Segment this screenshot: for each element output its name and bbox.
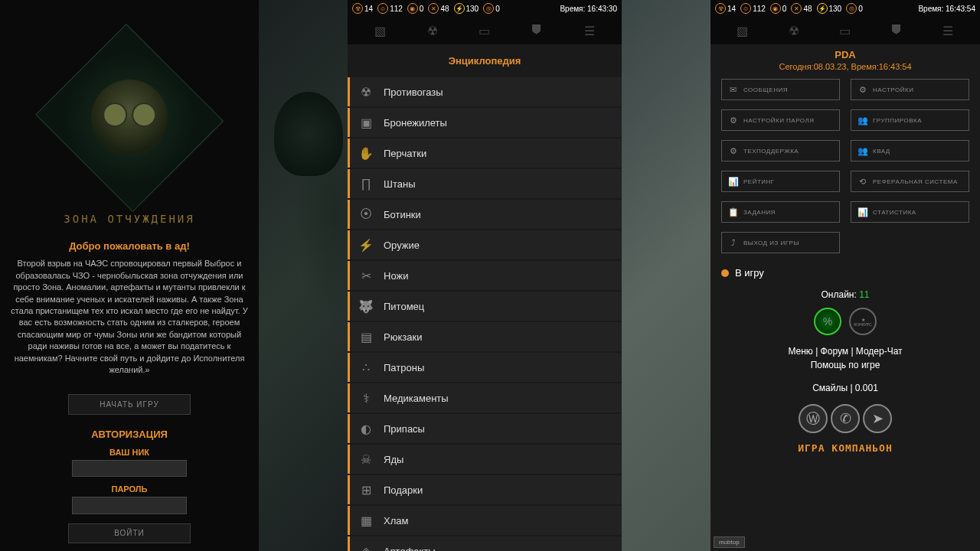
- encyclopedia-item[interactable]: ∴Патроны: [348, 353, 622, 382]
- encyclopedia-list: ☢Противогазы▣Бронежилеты✋Перчатки∏Штаны⦿…: [348, 77, 622, 551]
- companion-link[interactable]: ИГРА КОМПАНЬОН: [710, 438, 980, 458]
- pda-button[interactable]: 👥КВАД: [851, 140, 969, 161]
- button-icon: 📊: [858, 207, 868, 217]
- pda-button[interactable]: 📊РЕЙТИНГ: [721, 171, 840, 192]
- tab-map-icon[interactable]: ▧: [733, 23, 752, 38]
- pda-title: PDA: [710, 44, 980, 62]
- game-logo: [35, 24, 224, 212]
- stat-icon-4: ✕: [791, 3, 802, 14]
- item-icon: ✋: [358, 145, 374, 161]
- pda-button[interactable]: ⚙ТЕХПОДДЕРЖКА: [721, 140, 840, 161]
- tab-screen-icon[interactable]: ▭: [475, 23, 494, 38]
- auth-heading: АВТОРИЗАЦИЯ: [91, 429, 168, 440]
- item-label: Подарки: [384, 484, 423, 496]
- item-icon: ☠: [358, 451, 374, 468]
- stat-icon-4: ✕: [428, 3, 439, 14]
- item-label: Оружие: [384, 240, 420, 251]
- button-label: РЕФЕРАЛЬНАЯ СИСТЕМА: [873, 178, 958, 185]
- pda-button[interactable]: ⚙НАСТРОЙКИ ПАРОЛЯ: [721, 109, 840, 131]
- tab-armor-icon[interactable]: ⛊: [528, 23, 546, 38]
- login-panel: ЗОНА ОТЧУЖДЕНИЯ Добро пожаловать в ад! В…: [0, 0, 259, 551]
- encyclopedia-item[interactable]: ▣Бронежилеты: [348, 108, 622, 137]
- pda-button[interactable]: ⚙НАСТРОЙКИ: [851, 79, 969, 100]
- help-link[interactable]: Помощь по игре: [811, 360, 880, 370]
- menu-links[interactable]: Меню | Форум | Модер-Чат: [788, 346, 902, 357]
- encyclopedia-item[interactable]: ◐Припасы: [348, 414, 622, 443]
- item-icon: ∴: [358, 359, 374, 376]
- tab-armor-icon[interactable]: ⛊: [887, 23, 906, 38]
- tab-screen-icon[interactable]: ▭: [836, 23, 854, 38]
- pda-button[interactable]: ⤴ВЫХОД ИЗ ИГРЫ: [721, 232, 840, 253]
- encyclopedia-item[interactable]: ▤Рюкзаки: [348, 322, 622, 351]
- pda-button[interactable]: 📊СТАТИСТИКА: [851, 201, 969, 223]
- ingame-link[interactable]: В игру: [710, 253, 980, 286]
- item-label: Патроны: [384, 362, 424, 373]
- pda-button-grid: ✉СООБЩЕНИЯ⚙НАСТРОЙКИ⚙НАСТРОЙКИ ПАРОЛЯ👥ГР…: [710, 79, 980, 253]
- tab-bar: ▧ ☢ ▭ ⛊ ☰: [348, 17, 622, 44]
- button-icon: 📋: [728, 207, 739, 217]
- login-button[interactable]: ВОЙТИ: [68, 523, 191, 543]
- smiles-link[interactable]: Смайлы | 0.001: [710, 377, 980, 399]
- pda-button[interactable]: ⟲РЕФЕРАЛЬНАЯ СИСТЕМА: [851, 171, 969, 192]
- item-icon: ▤: [358, 328, 374, 345]
- encyclopedia-item[interactable]: ▦Хлам: [348, 506, 622, 535]
- ingame-dot-icon: [721, 269, 729, 277]
- item-label: Ботинки: [384, 209, 421, 220]
- pda-button[interactable]: ✉СООБЩЕНИЯ: [721, 79, 840, 100]
- button-label: ГРУППИРОВКА: [873, 117, 922, 124]
- contest-badge[interactable]: ★КОНКУРС: [849, 308, 877, 335]
- tab-menu-icon[interactable]: ☰: [939, 23, 957, 38]
- button-icon: ⚙: [858, 84, 868, 95]
- encyclopedia-item[interactable]: ⚕Медикаменты: [348, 383, 622, 412]
- stat-icon-5: ⚡: [817, 3, 828, 14]
- tab-map-icon[interactable]: ▧: [371, 23, 389, 38]
- stat-icon-2: ☺: [740, 3, 751, 14]
- promo-badge[interactable]: %: [814, 308, 841, 335]
- encyclopedia-item[interactable]: ✋Перчатки: [348, 139, 622, 168]
- encyclopedia-item[interactable]: ☠Яды: [348, 445, 622, 474]
- intro-text: Второй взрыв на ЧАЭС спровоцировал первы…: [8, 258, 251, 376]
- encyclopedia-item[interactable]: ⊞Подарки: [348, 475, 622, 504]
- item-label: Ножи: [384, 270, 408, 282]
- vk-icon[interactable]: Ⓦ: [799, 404, 828, 433]
- button-label: НАСТРОЙКИ: [873, 86, 913, 93]
- encyclopedia-item[interactable]: ☢Противогазы: [348, 77, 622, 106]
- button-label: СТАТИСТИКА: [873, 209, 916, 216]
- item-label: Хлам: [384, 515, 408, 527]
- encyclopedia-panel: ☢14 ☺112 ◉0 ✕48 ⚡130 ◎0 Время: 16:43:30 …: [348, 0, 622, 551]
- item-label: Яды: [384, 454, 403, 465]
- badge-row: % ★КОНКУРС: [710, 303, 980, 340]
- item-label: Штаны: [384, 178, 415, 190]
- encyclopedia-item[interactable]: ⦿Ботинки: [348, 200, 622, 229]
- password-input[interactable]: [72, 497, 187, 514]
- encyclopedia-item[interactable]: ∏Штаны: [348, 169, 622, 198]
- nick-input[interactable]: [72, 460, 187, 478]
- stat-icon-6: ◎: [846, 3, 857, 14]
- start-game-button[interactable]: НАЧАТЬ ИГРУ: [68, 394, 191, 414]
- stat-icon-5: ⚡: [454, 3, 465, 14]
- whatsapp-icon[interactable]: ✆: [831, 404, 860, 433]
- encyclopedia-item[interactable]: ◈Артефакты: [348, 536, 622, 551]
- encyclopedia-item[interactable]: ✂Ножи: [348, 261, 622, 290]
- pda-button[interactable]: 👥ГРУППИРОВКА: [851, 109, 969, 131]
- mobtop-badge[interactable]: mobtop: [714, 536, 745, 548]
- pda-date: Сегодня:08.03.23, Время:16:43:54: [710, 62, 980, 79]
- password-label: ПАРОЛЬ: [112, 484, 148, 494]
- pda-button[interactable]: 📋ЗАДАНИЯ: [721, 201, 840, 223]
- tab-menu-icon[interactable]: ☰: [580, 23, 599, 38]
- background-art-right: [622, 0, 710, 551]
- stat-icon-1: ☢: [715, 3, 726, 14]
- button-label: КВАД: [873, 148, 890, 155]
- button-label: РЕЙТИНГ: [743, 178, 775, 185]
- item-label: Медикаменты: [384, 393, 449, 404]
- encyclopedia-item[interactable]: ⚡Оружие: [348, 230, 622, 259]
- telegram-icon[interactable]: ➤: [863, 404, 892, 433]
- item-icon: ▣: [358, 114, 374, 131]
- game-title: ЗОНА ОТЧУЖДЕНИЯ: [64, 213, 194, 225]
- tab-mask-icon[interactable]: ☢: [785, 23, 803, 38]
- pda-panel: ☢14 ☺112 ◉0 ✕48 ⚡130 ◎0 Время: 16:43:54 …: [710, 0, 980, 551]
- button-icon: ⟲: [858, 176, 868, 187]
- tab-mask-icon[interactable]: ☢: [423, 23, 442, 38]
- welcome-heading: Добро пожаловать в ад!: [69, 240, 190, 252]
- encyclopedia-item[interactable]: 🐺Питомец: [348, 292, 622, 321]
